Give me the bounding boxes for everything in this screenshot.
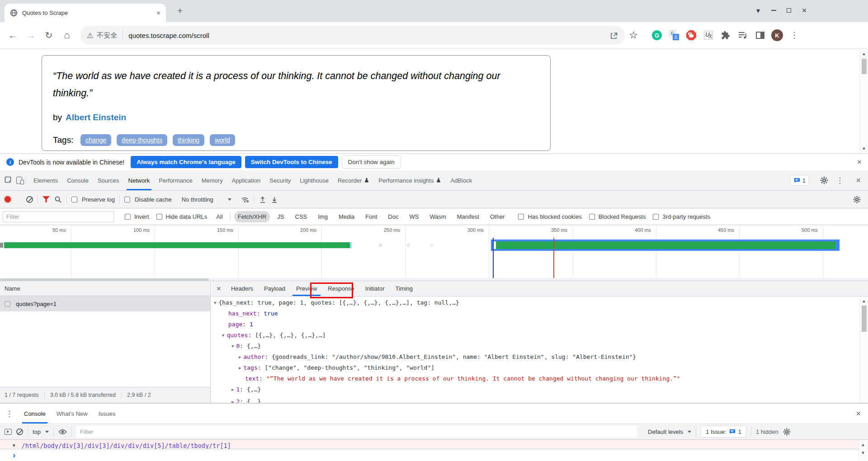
blocked-requests-label[interactable]: Blocked Requests	[599, 213, 646, 220]
preserve-log-checkbox[interactable]	[71, 197, 77, 202]
levels-caret-icon[interactable]	[688, 431, 691, 433]
json-page-line[interactable]: page: 1	[228, 319, 253, 330]
json-preview-tree[interactable]: ▼{has_next: true, page: 1, quotes: [{,…}…	[211, 296, 868, 403]
timeline-hscrollbar[interactable]	[0, 278, 868, 281]
forward-icon[interactable]: →	[22, 30, 40, 41]
scroll-up-icon[interactable]: ▲	[859, 442, 867, 447]
tag-change[interactable]: change	[80, 134, 111, 146]
devtools-tab-adblock[interactable]: AdBlock	[446, 170, 476, 190]
timeline-hscrollbar-thumb[interactable]	[0, 278, 209, 281]
tab-search-icon[interactable]: ▾	[750, 4, 766, 17]
waterfall-bar-2[interactable]	[496, 241, 835, 249]
context-selector[interactable]: top	[33, 428, 41, 435]
console-scrollbar[interactable]: ▲ ▼	[859, 441, 867, 460]
import-har-icon[interactable]	[259, 196, 266, 203]
share-icon[interactable]	[610, 32, 618, 39]
blocked-requests-checkbox[interactable]	[589, 214, 595, 220]
drawer-tab-issues[interactable]: Issues	[93, 404, 121, 423]
tag-world[interactable]: world	[210, 134, 235, 146]
bookmark-star-icon[interactable]: ☆	[625, 29, 642, 41]
devtools-tab-performance[interactable]: Performance	[154, 170, 197, 190]
inspect-element-icon[interactable]	[5, 176, 13, 184]
grammarly-extension-icon[interactable]: G	[648, 30, 665, 40]
address-bar[interactable]: ⚠ 不安全 quotes.toscrape.com/scroll	[80, 26, 625, 45]
console-error-row[interactable]: ▾ /html/body/div[3]/div[3]/div/div/div[5…	[0, 440, 868, 449]
json-tags-line[interactable]: ▶tags: ["change", "deep-thoughts", "thin…	[239, 362, 434, 373]
window-close-button[interactable]: ×	[797, 4, 812, 17]
invert-checkbox[interactable]	[125, 214, 131, 220]
console-prompt-row[interactable]: ›	[0, 449, 868, 461]
page-scrollbar-thumb[interactable]	[862, 59, 867, 74]
has-blocked-cookies-checkbox[interactable]	[518, 214, 524, 220]
author-link[interactable]: Albert Einstein	[66, 113, 126, 122]
detail-tab-headers[interactable]: Headers	[226, 281, 259, 296]
default-levels-select[interactable]: Default levels	[648, 428, 683, 435]
json-item2-line-clipped[interactable]: ▶2: {,…}	[231, 396, 261, 403]
profile-avatar[interactable]: K	[769, 29, 786, 41]
json-has-next-line[interactable]: has_next: true	[228, 308, 278, 319]
scroll-up-icon[interactable]: ▲	[860, 52, 868, 56]
network-settings-gear-icon[interactable]	[853, 196, 861, 203]
drawer-menu-kebab-icon[interactable]: ⋮	[0, 409, 19, 419]
json-text-line[interactable]: text: "“The world as we have created it …	[245, 373, 680, 384]
request-row-quotes[interactable]: quotes?page=1	[0, 296, 210, 311]
console-settings-gear-icon[interactable]	[783, 428, 791, 436]
adblock-extension-icon[interactable]	[683, 30, 700, 40]
device-toolbar-icon[interactable]	[16, 177, 22, 184]
throttling-select[interactable]: No throttling	[182, 196, 213, 203]
devtools-tab-application[interactable]: Application	[227, 170, 265, 190]
page-scrollbar[interactable]: ▲ ▼	[859, 49, 868, 153]
scroll-down-icon[interactable]: ▼	[860, 146, 868, 151]
extensions-puzzle-icon[interactable]	[717, 31, 734, 40]
third-party-requests-label[interactable]: 3rd-party requests	[662, 213, 710, 220]
filter-type-js[interactable]: JS	[274, 211, 288, 222]
window-minimize-button[interactable]	[766, 4, 781, 17]
eye-live-expression-icon[interactable]	[58, 429, 67, 435]
devtools-tab-security[interactable]: Security	[265, 170, 295, 190]
json-item0-line[interactable]: ▼0: {,…}	[231, 341, 261, 352]
filter-type-ws[interactable]: WS	[406, 211, 422, 222]
drawer-close-icon[interactable]: ×	[856, 409, 861, 419]
throttling-caret-icon[interactable]	[228, 198, 231, 201]
hide-data-urls-label[interactable]: Hide data URLs	[166, 213, 208, 220]
devtools-settings-gear-icon[interactable]	[820, 176, 828, 184]
context-caret-icon[interactable]	[45, 431, 49, 433]
console-filter-input[interactable]	[76, 426, 637, 437]
console-error-text[interactable]: /html/body/div[3]/div[3]/div/div/div[5]/…	[22, 440, 231, 449]
window-maximize-button[interactable]	[781, 4, 797, 17]
hide-data-urls-checkbox[interactable]	[156, 214, 162, 220]
filter-type-wasm[interactable]: Wasm	[426, 211, 449, 222]
security-label[interactable]: 不安全	[97, 31, 117, 40]
disable-cache-label[interactable]: Disable cache	[135, 196, 172, 203]
network-conditions-icon[interactable]	[241, 196, 250, 203]
filter-type-css[interactable]: CSS	[292, 211, 311, 222]
filter-type-other[interactable]: Other	[486, 211, 509, 222]
json-quotes-line[interactable]: ▼quotes: [{,…}, {,…}, {,…},…]	[222, 330, 326, 341]
devtools-tab-sources[interactable]: Sources	[93, 170, 124, 190]
devtools-tab-lighthouse[interactable]: Lighthouse	[295, 170, 333, 190]
issues-counter-button[interactable]: 1	[790, 175, 809, 186]
filter-type-media[interactable]: Media	[335, 211, 358, 222]
error-expand-caret-icon[interactable]: ▾	[13, 440, 15, 449]
notice-close-icon[interactable]: ×	[857, 158, 862, 167]
switch-devtools-chinese-button[interactable]: Switch DevTools to Chinese	[245, 156, 338, 168]
google-translate-extension-icon[interactable]: G 文	[665, 30, 683, 40]
json-root-line[interactable]: ▼{has_next: true, page: 1, quotes: [{,…}…	[214, 297, 459, 308]
browser-tab[interactable]: Quotes to Scrape ×	[5, 4, 166, 22]
preview-scrollbar-thumb[interactable]	[862, 306, 867, 332]
drawer-tab-console[interactable]: Console	[19, 404, 51, 423]
waterfall-bar-2-selection[interactable]	[491, 240, 840, 251]
home-icon[interactable]: ⌂	[58, 29, 76, 41]
filter-type-img[interactable]: Img	[314, 211, 331, 222]
filter-type-doc[interactable]: Doc	[384, 211, 402, 222]
export-har-icon[interactable]	[271, 196, 278, 203]
filter-type-fetch-xhr[interactable]: Fetch/XHR	[234, 211, 270, 222]
filter-funnel-icon[interactable]	[42, 196, 50, 202]
network-filter-input[interactable]	[3, 211, 114, 222]
media-playlist-icon[interactable]	[734, 31, 751, 39]
always-match-language-button[interactable]: Always match Chrome's language	[131, 156, 241, 168]
tab-close-icon[interactable]: ×	[156, 9, 160, 17]
request-name-column-header[interactable]: Name	[0, 281, 210, 296]
filter-type-font[interactable]: Font	[362, 211, 381, 222]
devtools-menu-kebab-icon[interactable]: ⋮	[836, 176, 844, 185]
